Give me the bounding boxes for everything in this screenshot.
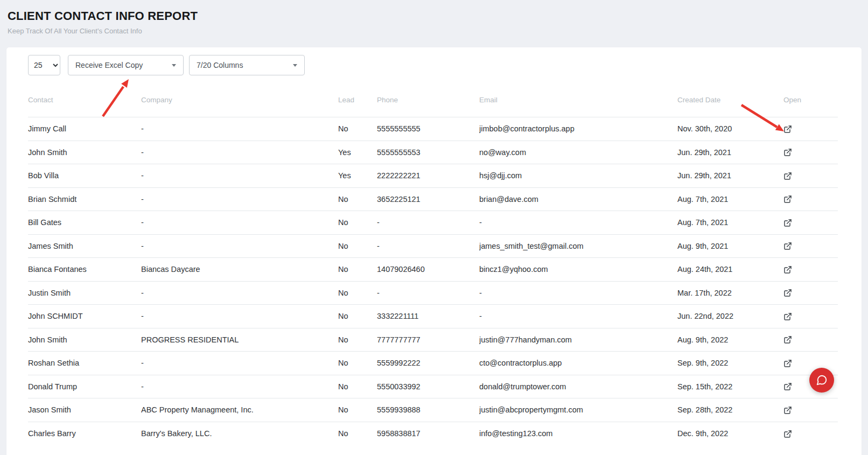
cell-open	[783, 141, 838, 164]
cell-lead: No	[338, 258, 377, 282]
cell-open	[783, 211, 838, 235]
cell-email: -	[479, 305, 677, 328]
cell-lead: No	[338, 352, 377, 375]
open-external-link-icon[interactable]	[783, 148, 792, 157]
cell-contact: Charles Barry	[28, 422, 141, 445]
open-external-link-icon[interactable]	[783, 335, 792, 344]
cell-email: justin@abcpropertymgmt.com	[479, 398, 677, 422]
cell-created-date: Mar. 17th, 2022	[677, 281, 783, 305]
cell-company: -	[141, 352, 338, 375]
cell-company: -	[141, 187, 338, 211]
column-header-email[interactable]: Email	[479, 76, 677, 117]
cell-phone: 5550033992	[377, 375, 479, 398]
cell-email: brian@dave.com	[479, 187, 677, 211]
cell-contact: Jimmy Call	[28, 117, 141, 141]
column-header-created-date[interactable]: Created Date	[677, 76, 783, 117]
table-controls: 25 Receive Excel Copy 7/20 Columns	[28, 55, 838, 75]
columns-dropdown[interactable]: 7/20 Columns	[189, 55, 305, 75]
cell-lead: Yes	[338, 164, 377, 188]
page-title: CLIENT CONTACT INFO REPORT	[8, 9, 868, 23]
excel-copy-dropdown[interactable]: Receive Excel Copy	[68, 55, 184, 75]
page-size-select[interactable]: 25	[28, 55, 60, 75]
cell-created-date: Nov. 30th, 2020	[677, 117, 783, 141]
caret-down-icon	[293, 64, 297, 67]
cell-email: hsj@djj.com	[479, 164, 677, 188]
table-row: John SCHMIDT - No 3332221111 - Jun. 22nd…	[28, 305, 838, 328]
cell-company: Biancas Daycare	[141, 258, 338, 282]
cell-phone: 14079026460	[377, 258, 479, 282]
cell-contact: Roshan Sethia	[28, 352, 141, 375]
cell-open	[783, 305, 838, 328]
cell-created-date: Jun. 29th, 2021	[677, 164, 783, 188]
open-external-link-icon[interactable]	[783, 382, 792, 391]
cell-email: cto@contractorplus.app	[479, 352, 677, 375]
cell-contact: John Smith	[28, 328, 141, 352]
cell-phone: 5559992222	[377, 352, 479, 375]
column-header-contact[interactable]: Contact	[28, 76, 141, 117]
open-external-link-icon[interactable]	[783, 242, 792, 250]
cell-phone: 2222222221	[377, 164, 479, 188]
open-external-link-icon[interactable]	[783, 265, 792, 274]
cell-contact: Bill Gates	[28, 211, 141, 235]
cell-lead: No	[338, 398, 377, 422]
cell-company: -	[141, 375, 338, 398]
table-body: Jimmy Call - No 5555555555 jimbob@contra…	[28, 117, 838, 445]
cell-lead: No	[338, 281, 377, 305]
cell-created-date: Aug. 9th, 2022	[677, 328, 783, 352]
cell-created-date: Aug. 24th, 2021	[677, 258, 783, 282]
table-row: Bob Villa - Yes 2222222221 hsj@djj.com J…	[28, 164, 838, 188]
cell-open	[783, 258, 838, 282]
column-header-lead[interactable]: Lead	[338, 76, 377, 117]
cell-phone: -	[377, 281, 479, 305]
cell-contact: Donald Trump	[28, 375, 141, 398]
cell-phone: 5559939888	[377, 398, 479, 422]
cell-contact: James Smith	[28, 234, 141, 258]
open-external-link-icon[interactable]	[783, 312, 792, 321]
table-header-row: Contact Company Lead Phone Email Created…	[28, 76, 838, 117]
cell-email: james_smith_test@gmail.com	[479, 234, 677, 258]
open-external-link-icon[interactable]	[783, 125, 792, 134]
column-header-phone[interactable]: Phone	[377, 76, 479, 117]
cell-phone: 5555555553	[377, 141, 479, 164]
open-external-link-icon[interactable]	[783, 219, 792, 227]
table-row: Bianca Fontanes Biancas Daycare No 14079…	[28, 258, 838, 282]
open-external-link-icon[interactable]	[783, 359, 792, 368]
table-row: Charles Barry Barry's Bakery, LLC. No 59…	[28, 422, 838, 445]
table-row: Jason Smith ABC Property Managmeent, Inc…	[28, 398, 838, 422]
cell-phone: 5555555555	[377, 117, 479, 141]
cell-company: PROGRESS RESIDENTIAL	[141, 328, 338, 352]
cell-created-date: Jun. 22nd, 2022	[677, 305, 783, 328]
column-header-open: Open	[783, 76, 838, 117]
cell-open	[783, 187, 838, 211]
open-external-link-icon[interactable]	[783, 406, 792, 415]
cell-created-date: Aug. 9th, 2021	[677, 234, 783, 258]
cell-phone: 7777777777	[377, 328, 479, 352]
cell-email: justin@777handyman.com	[479, 328, 677, 352]
chat-launcher-button[interactable]	[809, 368, 834, 393]
column-header-company[interactable]: Company	[141, 76, 338, 117]
chat-bubble-icon	[816, 374, 828, 386]
report-card: 25 Receive Excel Copy 7/20 Columns Conta…	[6, 47, 862, 455]
table-row: Bill Gates - No - - Aug. 7th, 2021	[28, 211, 838, 235]
cell-company: -	[141, 164, 338, 188]
cell-email: bincz1@yqhoo.com	[479, 258, 677, 282]
cell-company: -	[141, 281, 338, 305]
cell-phone: -	[377, 234, 479, 258]
cell-created-date: Aug. 7th, 2021	[677, 211, 783, 235]
open-external-link-icon[interactable]	[783, 195, 792, 204]
cell-company: ABC Property Managmeent, Inc.	[141, 398, 338, 422]
cell-company: -	[141, 141, 338, 164]
cell-lead: No	[338, 117, 377, 141]
cell-contact: Bob Villa	[28, 164, 141, 188]
open-external-link-icon[interactable]	[783, 172, 792, 180]
open-external-link-icon[interactable]	[783, 430, 792, 438]
cell-email: -	[479, 281, 677, 305]
table-row: Justin Smith - No - - Mar. 17th, 2022	[28, 281, 838, 305]
report-header: CLIENT CONTACT INFO REPORT Keep Track Of…	[0, 0, 868, 47]
cell-lead: No	[338, 422, 377, 445]
cell-company: -	[141, 234, 338, 258]
cell-created-date: Sep. 28th, 2022	[677, 398, 783, 422]
cell-contact: John Smith	[28, 141, 141, 164]
cell-contact: John SCHMIDT	[28, 305, 141, 328]
open-external-link-icon[interactable]	[783, 289, 792, 297]
